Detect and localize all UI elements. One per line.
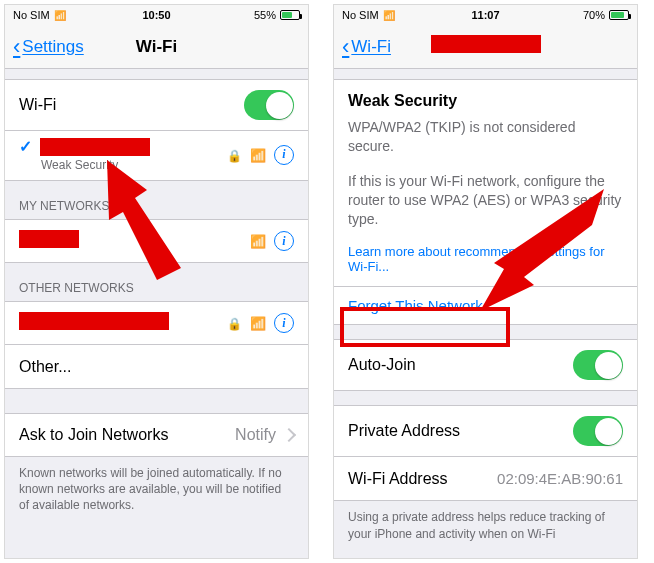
info-icon[interactable]: i (274, 145, 294, 165)
wifi-address-value: 02:09:4E:AB:90:61 (497, 470, 623, 487)
lock-icon (227, 146, 242, 164)
weak-security-title: Weak Security (334, 79, 637, 112)
clock: 11:07 (438, 9, 534, 21)
chevron-left-icon: ‹ (342, 34, 349, 60)
battery-icon (609, 10, 629, 20)
wifi-icon (383, 9, 395, 21)
status-bar: No SIM 10:50 55% (5, 5, 308, 25)
wifi-toggle[interactable] (244, 90, 294, 120)
my-network-row[interactable]: i (5, 219, 308, 263)
weak-security-para1: WPA/WPA2 (TKIP) is not considered secure… (334, 112, 637, 162)
info-icon[interactable]: i (274, 231, 294, 251)
private-address-label: Private Address (348, 422, 573, 440)
phone-left-wifi-list: No SIM 10:50 55% ‹ Settings Wi-Fi Wi-Fi (4, 4, 309, 559)
ask-to-join-row[interactable]: Ask to Join Networks Notify (5, 413, 308, 457)
auto-join-toggle[interactable] (573, 350, 623, 380)
learn-more-link[interactable]: Learn more about recommended settings fo… (334, 234, 637, 286)
weak-security-sub: Weak Security (41, 158, 227, 172)
private-address-toggle[interactable] (573, 416, 623, 446)
wifi-strength-icon (250, 232, 266, 250)
back-button[interactable]: ‹ Settings (13, 34, 84, 60)
back-button[interactable]: ‹ Wi-Fi (342, 34, 391, 60)
phone-right-network-detail: No SIM 11:07 70% ‹ Wi-Fi Weak Security W… (333, 4, 638, 559)
checkmark-icon (19, 137, 40, 156)
private-address-footer: Using a private address helps reduce tra… (334, 501, 637, 557)
back-label: Wi-Fi (351, 37, 391, 57)
carrier-text: No SIM (13, 9, 50, 21)
battery-pct: 70% (583, 9, 605, 21)
clock: 10:50 (109, 9, 205, 21)
redacted-network-name (431, 35, 541, 53)
auto-join-row[interactable]: Auto-Join (334, 339, 637, 391)
wifi-strength-icon (250, 146, 266, 164)
other-label: Other... (19, 358, 294, 376)
chevron-left-icon: ‹ (13, 34, 20, 60)
other-network-row[interactable]: i (5, 301, 308, 345)
ask-label: Ask to Join Networks (19, 426, 235, 444)
forget-network-button[interactable]: Forget This Network (334, 286, 637, 325)
lock-icon (227, 314, 242, 332)
status-bar: No SIM 11:07 70% (334, 5, 637, 25)
ask-value: Notify (235, 426, 276, 444)
wifi-toggle-row[interactable]: Wi-Fi (5, 79, 308, 131)
carrier-text: No SIM (342, 9, 379, 21)
ask-footer: Known networks will be joined automatica… (5, 457, 308, 530)
back-label: Settings (22, 37, 83, 57)
connected-network-row[interactable]: Weak Security i (5, 131, 308, 181)
chevron-right-icon (284, 426, 294, 444)
wifi-address-row: Wi-Fi Address 02:09:4E:AB:90:61 (334, 457, 637, 501)
page-title: Wi-Fi (136, 37, 177, 57)
redacted-network-name (19, 312, 169, 330)
wifi-strength-icon (250, 314, 266, 332)
redacted-network-name (19, 230, 79, 248)
wifi-icon (54, 9, 66, 21)
page-title (431, 35, 541, 58)
wifi-toggle-label: Wi-Fi (19, 96, 244, 114)
battery-pct: 55% (254, 9, 276, 21)
other-networks-header: OTHER NETWORKS (5, 263, 308, 301)
battery-icon (280, 10, 300, 20)
my-networks-header: MY NETWORKS (5, 181, 308, 219)
private-address-row[interactable]: Private Address (334, 405, 637, 457)
nav-bar: ‹ Wi-Fi (334, 25, 637, 69)
auto-join-label: Auto-Join (348, 356, 573, 374)
wifi-address-label: Wi-Fi Address (348, 470, 497, 488)
nav-bar: ‹ Settings Wi-Fi (5, 25, 308, 69)
other-network-option[interactable]: Other... (5, 345, 308, 389)
redacted-network-name (40, 138, 150, 156)
info-icon[interactable]: i (274, 313, 294, 333)
weak-security-para2: If this is your Wi-Fi network, configure… (334, 162, 637, 235)
